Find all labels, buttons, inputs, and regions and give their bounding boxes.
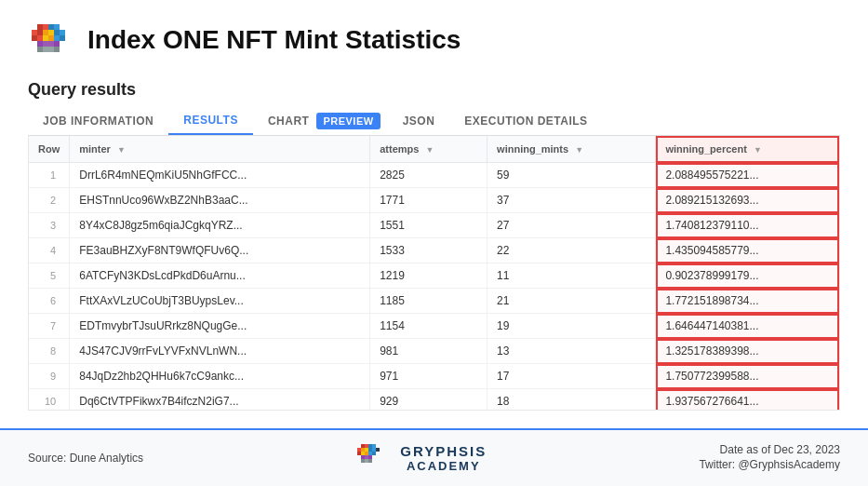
table-row: 56ATCFyN3KDsLcdPkdD6uArnu...1219110.9023… [29,263,839,289]
cell-winning-percent: 2.089215132693... [656,188,839,213]
svg-rect-37 [368,452,372,455]
results-table-container[interactable]: Row minter ▼ attemps ▼ winning_mints ▼ [28,136,840,411]
cell-minter: 84JqDz2hb2QHHu6k7cC9ankc... [70,364,370,389]
svg-rect-25 [365,444,368,448]
tab-chart-label: CHART [253,108,317,134]
cell-winning-percent: 1.740812379110... [656,213,839,238]
svg-rect-23 [54,47,60,52]
cell-minter: EHSTnnUco96WxBZ2NhB3aaC... [70,188,370,213]
cell-attemps: 971 [370,364,487,389]
svg-rect-38 [372,452,376,455]
cell-row-num: 3 [29,213,70,238]
svg-rect-29 [361,448,365,452]
cell-attemps: 2825 [370,163,487,188]
svg-rect-10 [32,35,37,41]
svg-rect-1 [43,24,48,30]
cell-attemps: 929 [370,389,487,412]
cell-attemps: 1185 [370,289,487,314]
svg-rect-13 [48,35,54,41]
gryphsis-logo-icon [355,439,393,477]
tab-chart-group[interactable]: CHART PREVIEW [253,108,388,134]
svg-rect-31 [368,448,372,452]
svg-rect-21 [43,47,48,52]
cell-row-num: 7 [29,314,70,339]
table-row: 38Y4xC8J8gz5m6qiaJCgkqYRZ...1551271.7408… [29,213,839,238]
svg-rect-24 [361,444,365,448]
table-row: 10Dq6CtVTPFikwx7B4ifczN2iG7...929181.937… [29,389,839,412]
footer-twitter: Twitter: @GryphsisAcademy [699,458,840,471]
footer: Source: Dune Analytics [0,428,868,486]
col-header-attemps[interactable]: attemps ▼ [370,136,487,163]
cell-attemps: 1154 [370,314,487,339]
cell-row-num: 9 [29,364,70,389]
cell-row-num: 2 [29,188,70,213]
cell-attemps: 981 [370,339,487,364]
svg-rect-5 [37,30,43,35]
cell-minter: FttXAxVLzUCoUbjT3BUypsLev... [70,289,370,314]
svg-rect-15 [60,35,65,41]
cell-winning-percent: 0.902378999179... [656,263,839,289]
svg-rect-0 [37,24,43,30]
svg-rect-36 [365,452,368,455]
cell-minter: Dq6CtVTPFikwx7B4ifczN2iG7... [70,389,370,412]
svg-rect-40 [365,455,368,459]
cell-row-num: 5 [29,263,70,289]
svg-rect-35 [361,452,365,455]
winning-mints-sort-icon: ▼ [575,145,583,155]
cell-row-num: 10 [29,389,70,412]
cell-winning-mints: 17 [487,364,656,389]
tab-json[interactable]: JSON [388,108,450,134]
cell-winning-mints: 13 [487,339,656,364]
cell-attemps: 1551 [370,213,487,238]
winning-percent-sort-icon: ▼ [754,145,762,155]
cell-minter: EDTmvybrTJsuURrkz8NQugGe... [70,314,370,339]
col-header-minter[interactable]: minter ▼ [70,136,370,163]
col-header-winning-mints[interactable]: winning_mints ▼ [487,136,656,163]
table-row: 1DrrL6R4mNEQmKiU5NhGfFCC...2825592.08849… [29,163,839,188]
svg-rect-44 [368,459,372,463]
svg-rect-22 [48,47,54,52]
cell-winning-percent: 2.088495575221... [656,163,839,188]
cell-attemps: 1771 [370,188,487,213]
cell-winning-mints: 11 [487,263,656,289]
svg-rect-18 [48,41,54,47]
footer-right: Date as of Dec 23, 2023 Twitter: @Gryphs… [699,443,840,473]
tab-execution-details[interactable]: EXECUTION DETAILS [449,108,602,134]
svg-rect-16 [37,41,43,47]
svg-rect-4 [32,30,37,35]
cell-minter: 4JS47CJV9rrFvLYVFxNVLnWN... [70,339,370,364]
cell-winning-mints: 59 [487,163,656,188]
svg-rect-7 [48,30,54,35]
tabs-bar: JOB INFORMATION RESULTS CHART PREVIEW JS… [28,107,840,136]
app-header: Index ONE NFT Mint Statistics [28,17,840,63]
table-row: 6FttXAxVLzUCoUbjT3BUypsLev...1185211.772… [29,289,839,314]
query-results-label: Query results [28,80,840,100]
svg-rect-39 [361,455,365,459]
svg-rect-3 [54,24,60,30]
svg-rect-32 [372,448,376,452]
svg-rect-28 [357,448,361,452]
table-row: 984JqDz2hb2QHHu6k7cC9ankc...971171.75077… [29,364,839,389]
svg-rect-27 [372,444,376,448]
svg-rect-30 [365,448,368,452]
svg-rect-42 [361,459,365,463]
cell-winning-mints: 37 [487,188,656,213]
app-logo-icon [28,17,74,63]
cell-row-num: 4 [29,238,70,263]
cell-winning-mints: 18 [487,389,656,412]
cell-attemps: 1533 [370,238,487,263]
tab-job-information[interactable]: JOB INFORMATION [28,108,168,134]
svg-rect-6 [43,30,48,35]
cell-row-num: 6 [29,289,70,314]
footer-source: Source: Dune Analytics [28,452,143,465]
tab-results[interactable]: RESULTS [168,107,253,135]
svg-rect-43 [365,459,368,463]
svg-rect-19 [54,41,60,47]
svg-rect-33 [376,448,380,452]
footer-brand: GRYPHSIS ACADEMY [355,439,487,477]
col-header-winning-percent[interactable]: winning_percent ▼ [656,136,839,163]
table-row: 2EHSTnnUco96WxBZ2NhB3aaC...1771372.08921… [29,188,839,213]
svg-rect-11 [37,35,43,41]
tab-preview-badge: PREVIEW [316,113,380,129]
cell-minter: 6ATCFyN3KDsLcdPkdD6uArnu... [70,263,370,289]
